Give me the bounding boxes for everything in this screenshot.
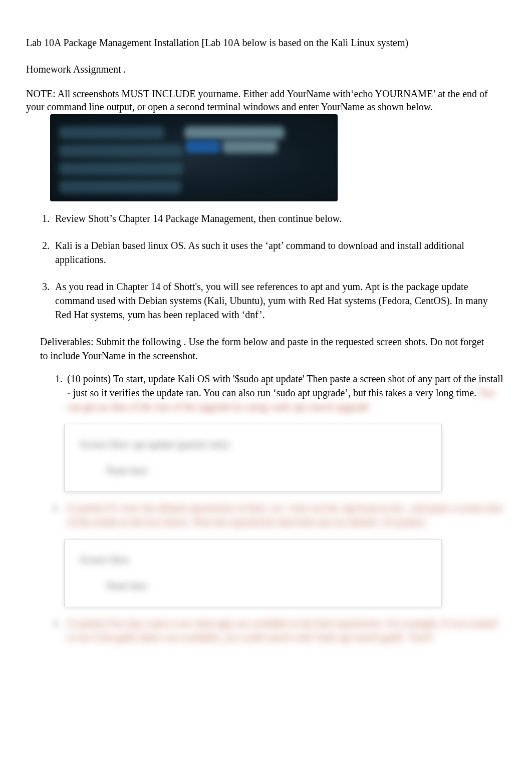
deliverable-3-marker: 3. xyxy=(52,616,60,630)
lab-title: Lab 10A Package Management Installation … xyxy=(26,37,506,49)
deliverable-1-text: (10 points) To start, update Kali OS wit… xyxy=(67,373,503,398)
answer-box-2: Screen Shot: Paste here xyxy=(64,539,442,607)
note-paragraph: NOTE: All screenshots MUST INCLUDE yourn… xyxy=(26,87,506,113)
paste-here-2: Paste here xyxy=(107,579,426,593)
deliverable-1: (10 points) To start, update Kali OS wit… xyxy=(65,372,506,492)
answer-2-label: Screen Shot: xyxy=(80,553,426,567)
document-page: Lab 10A Package Management Installation … xyxy=(0,0,532,673)
intro-item-2: Kali is a Debian based linux OS. As such… xyxy=(52,238,506,267)
deliverable-2-marker: 2. xyxy=(52,501,60,515)
answer-box-1: Screen Shot: apt update (partial only) P… xyxy=(64,424,442,492)
answer-1-label: Screen Shot: apt update (partial only) xyxy=(80,437,426,451)
paste-here-1: Paste here xyxy=(107,463,426,477)
intro-ordered-list: Review Shott’s Chapter 14 Package Manage… xyxy=(26,211,506,322)
intro-item-1: Review Shott’s Chapter 14 Package Manage… xyxy=(52,211,506,225)
deliverables-list: (10 points) To start, update Kali OS wit… xyxy=(26,372,506,644)
deliverable-3-text: (5 points) You may want to see what apps… xyxy=(67,616,506,644)
terminal-screenshot-placeholder xyxy=(50,114,338,201)
deliverable-2: 2. (5 points) To view the default reposi… xyxy=(65,501,506,607)
homework-subtitle: Homework Assignment . xyxy=(26,64,506,75)
deliverable-3: 3. (5 points) You may want to see what a… xyxy=(65,616,506,644)
intro-item-3: As you read in Chapter 14 of Shott's, yo… xyxy=(52,280,506,322)
deliverable-2-text: (5 points) To view the default repositor… xyxy=(67,501,506,529)
deliverables-intro: Deliverables: Submit the following . Use… xyxy=(40,335,492,363)
